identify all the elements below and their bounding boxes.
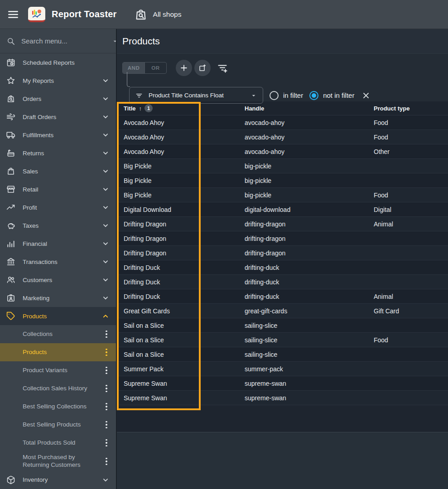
menu-icon[interactable] (7, 9, 19, 20)
more-options-icon[interactable] (103, 349, 110, 356)
add-filter-list-icon[interactable] (217, 62, 228, 73)
sidebar-item[interactable]: Customers (0, 271, 116, 289)
sidebar-item[interactable]: Sales (0, 162, 116, 180)
sidebar-subitem[interactable]: Products (0, 343, 116, 361)
table-row[interactable]: Avocado Ahoy avocado-ahoy Food (117, 115, 448, 129)
table-row[interactable]: Big Pickle big-pickle (117, 158, 448, 173)
joiner-or-button[interactable]: OR (145, 62, 166, 73)
table-row[interactable]: Avocado Ahoy avocado-ahoy Food (117, 129, 448, 144)
chevron-down-icon (101, 203, 110, 211)
sidebar-subitem[interactable]: Most Purchased by Returning Customers (0, 452, 116, 471)
table-row[interactable]: Big Pickle big-pickle (117, 173, 448, 187)
sidebar-item[interactable]: Marketing (0, 289, 116, 307)
sidebar-item[interactable]: Returns (0, 144, 116, 162)
sidebar-subitem[interactable]: Total Products Sold (0, 434, 116, 452)
sidebar-nav-bottom: Inventory (0, 471, 116, 489)
tag-icon (6, 312, 15, 321)
sidebar-item[interactable]: My Reports (0, 72, 116, 90)
sidebar-subitem[interactable]: Collections (0, 325, 116, 343)
bottom-pane (117, 432, 448, 489)
filter-chip[interactable]: Product Title Contains Float (129, 87, 263, 104)
chevron-down-icon (101, 131, 110, 139)
add-group-button[interactable] (194, 60, 211, 76)
in-filter-radio[interactable] (270, 91, 279, 100)
more-options-icon[interactable] (103, 439, 110, 447)
add-filter-button[interactable] (176, 60, 192, 76)
table-row[interactable]: Drifting Dragon drifting-dragon (117, 245, 448, 260)
chevron-down-icon (101, 276, 110, 284)
table-row[interactable]: Supreme Swan supreme-swan (117, 390, 448, 405)
table-row[interactable]: Drifting Duck drifting-duck (117, 260, 448, 274)
sort-ascending-icon: ↑ (139, 105, 142, 112)
table-row[interactable]: Summer Pack summer-pack (117, 361, 448, 376)
sidebar-item[interactable]: Draft Orders (0, 108, 116, 126)
filter-connector-line (127, 72, 130, 87)
trending-up-icon (6, 203, 15, 212)
filter-lines-icon (135, 91, 143, 100)
table-row[interactable]: Drifting Duck drifting-duck Animal (117, 289, 448, 303)
chevron-down-icon (101, 113, 110, 121)
chevron-down-icon (101, 149, 110, 157)
sidebar-subitem[interactable]: Collection Sales History (0, 379, 116, 398)
table-row[interactable]: Big Pickle big-pickle Food (117, 187, 448, 202)
more-options-icon[interactable] (103, 421, 110, 429)
sidebar-nav: Scheduled Reports My Reports Orders (0, 53, 116, 325)
more-options-icon[interactable] (103, 385, 110, 393)
table-row[interactable]: Sail on a Slice sailing-slice (117, 347, 448, 361)
joiner-and-button[interactable]: AND (123, 62, 145, 73)
chevron-down-icon (101, 476, 110, 484)
sidebar-item[interactable]: Profit (0, 198, 116, 216)
table-row[interactable]: Avocado Ahoy avocado-ahoy Other (117, 144, 448, 158)
people-icon (6, 275, 15, 284)
sidebar-subitem[interactable]: Best Selling Products (0, 416, 116, 434)
chevron-down-icon[interactable] (111, 38, 116, 45)
chevron-down-icon (101, 258, 110, 266)
sidebar-products-submenu: Collections Products Product Variants Co… (0, 325, 116, 471)
table-row[interactable]: Sail on a Slice sailing-slice Food (117, 332, 448, 347)
shop-selector-label: All shops (153, 10, 182, 19)
calendar-clock-icon (6, 58, 15, 67)
cube-icon (6, 475, 15, 484)
app-title: Report Toaster (52, 9, 117, 19)
shop-selector[interactable]: All shops (134, 8, 182, 21)
more-options-icon[interactable] (103, 403, 110, 411)
more-options-icon[interactable] (103, 367, 110, 374)
main-content: Products AND OR Product Title Contains F… (116, 29, 448, 489)
search-input[interactable] (21, 37, 111, 45)
table-row[interactable]: Drifting Duck drifting-duck (117, 274, 448, 289)
sidebar-subitem[interactable]: Best Selling Collections (0, 398, 116, 416)
chevron-down-icon (101, 294, 110, 302)
more-options-icon[interactable] (103, 458, 110, 465)
bag-search-icon (6, 94, 15, 103)
sidebar-item[interactable]: Transactions (0, 253, 116, 271)
sidebar-item[interactable]: Inventory (0, 471, 116, 489)
remove-filter-icon[interactable] (361, 91, 371, 100)
table-row[interactable]: Great Gift Cards great-gift-cards Gift C… (117, 303, 448, 318)
table-row[interactable]: Drifting Dragon drifting-dragon (117, 231, 448, 245)
sidebar-subitem[interactable]: Product Variants (0, 361, 116, 379)
column-header-handle[interactable]: Handle (201, 105, 330, 112)
table-row[interactable]: Supreme Swan supreme-swan (117, 376, 448, 390)
filter-chip-label: Product Title Contains Float (149, 92, 250, 99)
table-row[interactable]: Sail on a Slice sailing-slice (117, 318, 448, 332)
sidebar-item[interactable]: Financial (0, 235, 116, 253)
sidebar-item[interactable]: Fulfillments (0, 126, 116, 144)
sidebar-item[interactable]: Scheduled Reports (0, 53, 116, 72)
sidebar-item[interactable]: Retail (0, 180, 116, 198)
more-options-icon[interactable] (103, 331, 110, 338)
wind-icon (6, 112, 15, 121)
not-in-filter-radio[interactable] (309, 91, 318, 100)
chevron-up-icon (101, 312, 110, 320)
column-header-title[interactable]: Title ↑ 1 (117, 104, 201, 112)
sidebar-item[interactable]: Orders (0, 90, 116, 108)
chevron-down-icon (101, 77, 110, 85)
sidebar-item[interactable]: Products (0, 307, 116, 325)
column-header-product-type[interactable]: Product type (330, 105, 448, 112)
sidebar-item[interactable]: Taxes (0, 216, 116, 235)
in-filter-option[interactable]: in filter (270, 91, 303, 100)
table-row[interactable]: Digital Download digital-download Digita… (117, 202, 448, 216)
add-group-icon (198, 64, 207, 72)
not-in-filter-option[interactable]: not in filter (309, 91, 354, 100)
table-row[interactable]: Drifting Dragon drifting-dragon Animal (117, 216, 448, 231)
chevron-down-icon (101, 185, 110, 193)
